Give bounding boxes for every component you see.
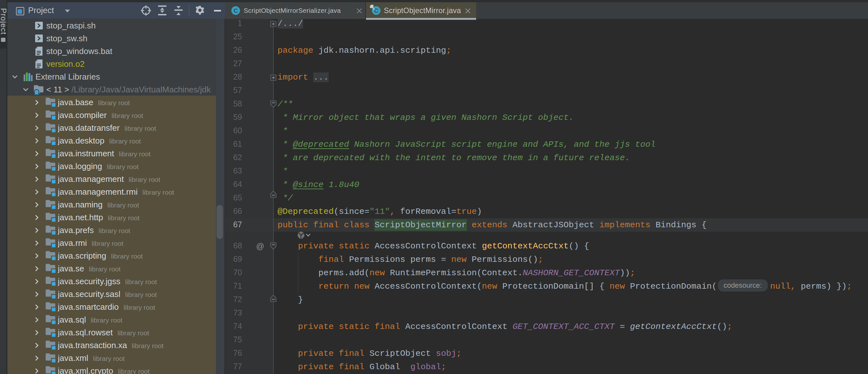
svg-text:C: C bbox=[234, 7, 238, 14]
